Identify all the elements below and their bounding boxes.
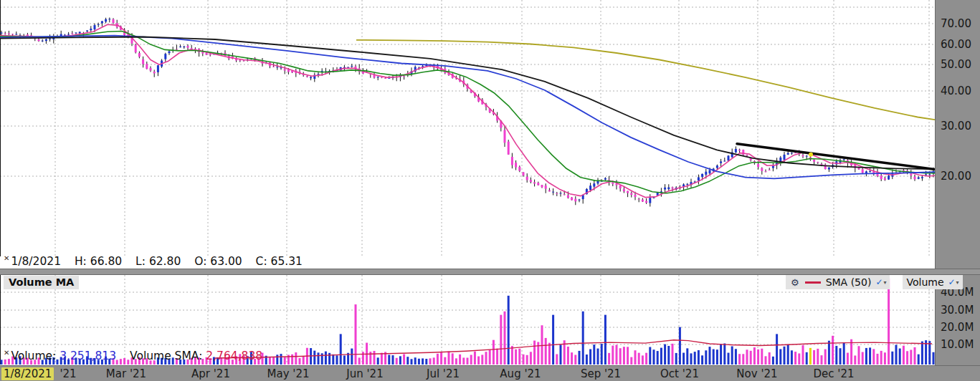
volume-bar bbox=[865, 348, 867, 365]
candle-body bbox=[176, 49, 178, 50]
sma-line-sma200[interactable] bbox=[356, 40, 935, 120]
candle-body bbox=[11, 34, 14, 34]
volume-bar bbox=[672, 344, 674, 365]
volume-bar bbox=[462, 357, 465, 365]
volume-bar bbox=[280, 354, 282, 365]
price-tick-label: 60.00 bbox=[941, 38, 971, 51]
volume-toggle-chip: Volume ✓▾ bbox=[903, 275, 962, 289]
candle-body bbox=[545, 185, 547, 188]
date-tick-label: Dec '21 bbox=[813, 367, 854, 380]
volume-bar bbox=[508, 296, 510, 365]
sma-line-swatch bbox=[805, 281, 821, 284]
candle-body bbox=[49, 39, 51, 39]
volume-bar bbox=[895, 344, 898, 365]
candle-body bbox=[75, 32, 77, 33]
candle-body bbox=[843, 159, 845, 160]
chevron-down-icon: ▾ bbox=[956, 279, 959, 286]
candle-body bbox=[828, 168, 830, 170]
sma-checkbox-dropdown[interactable]: ✓▾ bbox=[875, 277, 886, 287]
volume-bar bbox=[750, 351, 752, 365]
sma-line-sma50[interactable] bbox=[0, 36, 935, 179]
volume-bar bbox=[738, 354, 741, 365]
volume-bar bbox=[634, 350, 637, 365]
panel-splitter-handle[interactable] bbox=[0, 269, 980, 275]
volume-bar bbox=[276, 355, 278, 365]
candle-body bbox=[67, 34, 70, 35]
volume-bar bbox=[399, 356, 401, 365]
volume-bar bbox=[340, 334, 342, 365]
candle-body bbox=[206, 53, 208, 55]
high-label: H: bbox=[75, 255, 87, 268]
volume-bar bbox=[474, 352, 476, 365]
volume-bar bbox=[381, 353, 383, 365]
volume-bar bbox=[832, 336, 834, 365]
candle-body bbox=[306, 76, 308, 77]
volume-bar bbox=[303, 357, 305, 365]
volume-bar bbox=[698, 350, 700, 365]
volume-bar bbox=[493, 340, 495, 365]
volume-bar bbox=[313, 351, 315, 365]
volume-bar bbox=[813, 350, 815, 365]
candle-body bbox=[209, 54, 211, 56]
sma-line-sma10[interactable] bbox=[0, 24, 935, 197]
volume-bar bbox=[481, 355, 483, 365]
volume-tick-label: 10.0M bbox=[941, 338, 974, 351]
date-tick-label: Oct '21 bbox=[660, 367, 699, 380]
candle-body bbox=[888, 175, 890, 179]
volume-bar bbox=[515, 349, 517, 365]
price-panel[interactable] bbox=[0, 0, 935, 256]
close-icon[interactable]: ✕ bbox=[4, 254, 9, 262]
volume-bar bbox=[728, 353, 730, 365]
volume-legend: ⚙ SMA (50) ✓▾ Volume ✓▾ bbox=[786, 275, 963, 289]
date-tick-label: May '21 bbox=[267, 367, 310, 380]
candle-body bbox=[38, 39, 40, 41]
gear-icon[interactable]: ⚙ bbox=[791, 277, 799, 288]
volume-bar bbox=[429, 358, 432, 365]
volume-sma-legend-chip: ⚙ SMA (50) ✓▾ bbox=[786, 275, 890, 289]
volume-bar bbox=[824, 349, 827, 365]
volume-bar bbox=[574, 355, 576, 365]
volume-bar bbox=[872, 349, 875, 365]
volume-bar bbox=[709, 347, 711, 365]
volume-bar bbox=[1, 360, 3, 365]
volume-bar bbox=[746, 349, 748, 365]
volume-bar bbox=[616, 345, 618, 365]
candle-body bbox=[813, 160, 815, 162]
price-tick-label: 40.00 bbox=[941, 85, 971, 97]
candle-body bbox=[794, 153, 796, 153]
close-icon[interactable]: ✕ bbox=[4, 349, 9, 357]
volume-bar bbox=[660, 348, 662, 365]
volume-bar bbox=[791, 350, 793, 365]
volume-bar bbox=[716, 349, 718, 365]
date-tick-label: Apr '21 bbox=[191, 367, 230, 380]
volume-bar bbox=[794, 352, 796, 365]
volume-checkbox-dropdown[interactable]: ✓▾ bbox=[948, 277, 959, 287]
volume-bar bbox=[854, 355, 856, 365]
volume-bar bbox=[459, 355, 461, 365]
volume-bar bbox=[284, 357, 286, 365]
candle-body bbox=[541, 185, 543, 187]
candle-body bbox=[593, 183, 595, 186]
candle-body bbox=[384, 78, 386, 79]
volume-bar bbox=[411, 359, 413, 365]
volume-bar bbox=[541, 325, 543, 365]
volume-bar bbox=[630, 357, 632, 365]
selected-point-marker[interactable] bbox=[809, 153, 813, 157]
low-label: L: bbox=[135, 255, 146, 268]
check-icon: ✓ bbox=[875, 277, 883, 287]
candle-body bbox=[709, 170, 711, 174]
date-tick-label: Nov '21 bbox=[736, 367, 777, 380]
candle-body bbox=[769, 170, 771, 170]
volume-bar bbox=[921, 342, 923, 365]
candle-body bbox=[862, 169, 864, 173]
candle-body bbox=[530, 180, 532, 182]
candle-body bbox=[243, 60, 245, 61]
volume-bar bbox=[511, 346, 513, 365]
volume-bar bbox=[422, 358, 424, 365]
date-tick-label: Jun '21 bbox=[346, 367, 383, 380]
chart-canvas[interactable] bbox=[0, 0, 980, 381]
date-tick-label: Jul '21 bbox=[427, 367, 460, 380]
volume-bar bbox=[414, 357, 417, 365]
candle-body bbox=[869, 171, 871, 172]
low-value: 62.80 bbox=[149, 255, 181, 268]
